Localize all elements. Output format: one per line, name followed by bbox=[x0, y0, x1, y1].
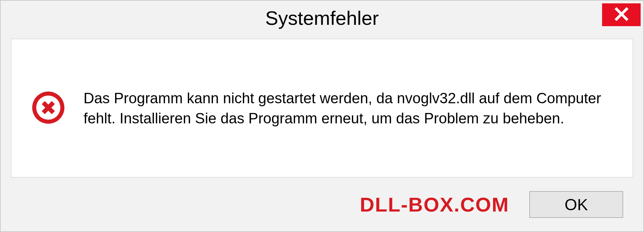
content-area: Das Programm kann nicht gestartet werden… bbox=[11, 39, 633, 178]
close-icon bbox=[614, 7, 629, 22]
error-message: Das Programm kann nicht gestartet werden… bbox=[84, 88, 612, 128]
close-button[interactable] bbox=[602, 3, 641, 26]
dialog-title: Systemfehler bbox=[265, 7, 379, 29]
error-icon bbox=[32, 91, 65, 126]
ok-button[interactable]: OK bbox=[529, 191, 623, 218]
title-bar: Systemfehler bbox=[1, 1, 643, 33]
watermark-text: DLL-BOX.COM bbox=[360, 193, 509, 216]
dialog-footer: DLL-BOX.COM OK bbox=[1, 178, 643, 231]
error-dialog: Systemfehler Das Programm kann nicht ges… bbox=[0, 0, 644, 232]
